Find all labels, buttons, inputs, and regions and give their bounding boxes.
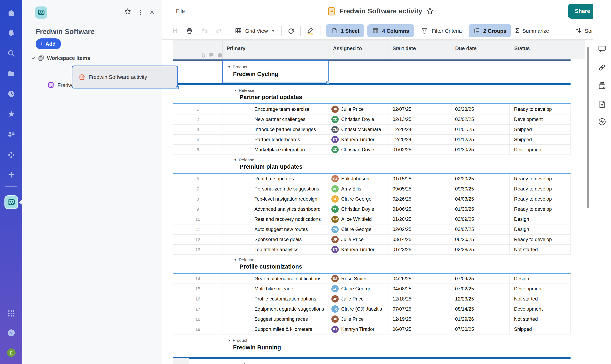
task-name-cell[interactable]: Equipment upgrade suggestions	[222, 304, 329, 314]
vertical-scrollbar[interactable]	[587, 47, 589, 208]
group-collapse-label[interactable]: ▼Product	[228, 338, 247, 343]
start-date-cell[interactable]: 12/19/25	[388, 314, 451, 324]
collapse-triangle-icon[interactable]: ▼	[228, 339, 231, 341]
task-name-cell[interactable]: Sponsored race goals	[222, 234, 329, 244]
task-name-cell[interactable]: Top-level navigation redesign	[222, 194, 329, 204]
sheet-count-button[interactable]: 1 Sheet	[326, 24, 364, 37]
start-date-cell[interactable]: 02/13/25	[388, 115, 451, 124]
task-name-cell[interactable]: New partner challenges	[222, 115, 329, 124]
column-header-primary[interactable]: Primary	[222, 41, 329, 59]
assigned-to-cell[interactable]: CDChristian Doyle	[329, 204, 388, 214]
assigned-to-cell[interactable]: AWAlice Whitfield	[329, 214, 388, 224]
search-icon[interactable]	[7, 49, 15, 57]
status-cell[interactable]: Development	[510, 304, 570, 314]
start-date-cell[interactable]: 12/20/24	[388, 125, 451, 134]
activity-log-icon[interactable]	[598, 117, 607, 126]
start-date-cell[interactable]: 12/20/24	[388, 135, 451, 144]
folder-icon[interactable]	[7, 70, 15, 78]
task-name-cell[interactable]: Partner leaderboards	[222, 135, 329, 144]
assigned-to-cell[interactable]: CMChrissi McNamara	[329, 125, 388, 134]
start-date-cell[interactable]: 01/15/25	[388, 174, 451, 184]
start-date-cell[interactable]: 07/07/25	[388, 304, 451, 314]
task-name-cell[interactable]: Marketplace integration	[222, 145, 329, 155]
status-cell[interactable]: Development	[510, 115, 570, 124]
status-cell[interactable]: Not started	[510, 314, 570, 324]
row-number[interactable]: 10	[173, 214, 222, 224]
apps-icon[interactable]	[7, 150, 15, 158]
assigned-to-cell[interactable]: KTKathryn Tirador	[329, 245, 388, 254]
row-number[interactable]: 1	[173, 104, 222, 114]
product-group-row[interactable]: ▼ProductFredwin Running	[173, 335, 571, 357]
row-number[interactable]: 16	[173, 294, 222, 304]
status-cell[interactable]: Development	[510, 145, 570, 155]
summarize-label[interactable]: Summarize	[522, 28, 549, 34]
row-number[interactable]: 18	[173, 314, 222, 324]
group-collapse-label[interactable]: ▼Release	[234, 88, 254, 93]
status-cell[interactable]: Ready to develop	[510, 204, 570, 214]
assigned-to-cell[interactable]: C(Claire (CJ) Juozitis	[329, 304, 388, 314]
start-date-cell[interactable]: 01/02/25	[388, 145, 451, 155]
status-cell[interactable]: Ready to develop	[510, 174, 570, 184]
home-icon[interactable]	[7, 9, 15, 17]
assigned-to-cell[interactable]: JPJulie Price	[329, 234, 388, 244]
status-cell[interactable]: Not started	[510, 245, 570, 254]
assigned-to-cell[interactable]: JPJulie Price	[329, 314, 388, 324]
due-date-cell[interactable]: 12/23/25	[451, 294, 509, 304]
undo-icon[interactable]	[201, 27, 208, 34]
row-number[interactable]: 8	[173, 194, 222, 204]
row-number[interactable]: 11	[173, 224, 222, 234]
start-date-cell[interactable]: 09/05/25	[388, 184, 451, 194]
status-cell[interactable]: Design	[510, 214, 570, 224]
status-cell[interactable]: Design	[510, 224, 570, 234]
file-menu[interactable]: File	[176, 8, 185, 14]
collapse-triangle-icon[interactable]: ▼	[234, 89, 237, 91]
collapse-triangle-icon[interactable]: ▼	[234, 258, 237, 261]
task-name-cell[interactable]: Suggest upcoming races	[222, 314, 329, 324]
publish-icon[interactable]	[598, 100, 607, 109]
due-date-cell[interactable]: 09/30/25	[451, 184, 509, 194]
column-count-button[interactable]: 4 Columns	[368, 24, 414, 37]
assigned-to-cell[interactable]: CDChristian Doyle	[329, 115, 388, 124]
due-date-cell[interactable]: 07/02/25	[451, 284, 509, 294]
status-cell[interactable]: Design	[510, 274, 570, 284]
column-header-status[interactable]: Status	[510, 41, 571, 59]
start-date-cell[interactable]: 03/14/25	[388, 234, 451, 244]
people-icon[interactable]	[7, 130, 15, 138]
comments-icon[interactable]	[598, 44, 607, 53]
release-group-row[interactable]: ▼ReleasePremium plan updates	[173, 155, 571, 173]
release-group-row[interactable]: ▼ReleasePartner portal updates	[173, 85, 571, 103]
print-icon[interactable]	[186, 27, 193, 34]
due-date-cell[interactable]: 02/20/25	[451, 174, 509, 184]
notifications-bell-icon[interactable]	[7, 29, 15, 37]
panel-close-icon[interactable]: ✕	[149, 9, 155, 15]
assigned-to-cell[interactable]: EJErik Johnson	[329, 174, 388, 184]
row-number[interactable]: 6	[173, 174, 222, 184]
row-number[interactable]: 7	[173, 184, 222, 194]
status-cell[interactable]: Ready to develop	[510, 194, 570, 204]
start-date-cell[interactable]: 01/06/25	[388, 204, 451, 214]
column-header-start-date[interactable]: Start date	[388, 41, 451, 59]
assigned-to-cell[interactable]: JPJulie Price	[329, 104, 388, 114]
assigned-to-cell[interactable]: KTKathryn Tirador	[329, 135, 388, 144]
group-collapse-label[interactable]: ▼Release	[234, 157, 254, 162]
view-selector-caret-icon[interactable]	[271, 30, 275, 32]
assigned-to-cell[interactable]: CDChristian Doyle	[329, 145, 388, 155]
group-collapse-label[interactable]: ▼Release	[234, 362, 254, 364]
view-selector-label[interactable]: Grid View	[245, 28, 268, 34]
row-number[interactable]: 15	[173, 284, 222, 294]
due-date-cell[interactable]: 07/09/25	[451, 274, 509, 284]
row-number[interactable]: 5	[173, 145, 222, 155]
task-name-cell[interactable]: Multi bike mileage	[222, 284, 329, 294]
assigned-to-cell[interactable]: CGClaire George	[329, 224, 388, 234]
favorites-star-icon[interactable]	[7, 110, 15, 118]
due-date-cell[interactable]: 06/20/25	[451, 234, 509, 244]
start-date-cell[interactable]: 02/07/25	[388, 104, 451, 114]
due-date-cell[interactable]: 02/28/25	[451, 245, 509, 254]
workspace-items-header[interactable]: Workspace items	[31, 55, 90, 61]
due-date-cell[interactable]: 01/12/25	[451, 135, 509, 144]
task-name-cell[interactable]: Rest and recovery notifications	[222, 214, 329, 224]
due-date-cell[interactable]: 01/30/25	[451, 145, 509, 155]
release-group-row[interactable]: ▼ReleaseProfile customizations	[173, 255, 571, 273]
workspace-icon[interactable]	[4, 195, 18, 209]
status-cell[interactable]: Shipped	[510, 324, 570, 334]
